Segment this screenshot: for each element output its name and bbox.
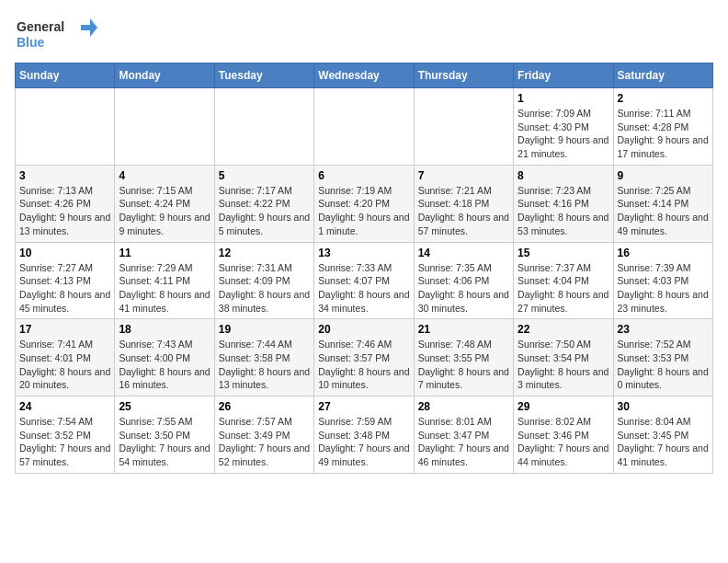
calendar-cell: 28Sunrise: 8:01 AM Sunset: 3:47 PM Dayli… — [414, 396, 513, 474]
calendar-week-row: 1Sunrise: 7:09 AM Sunset: 4:30 PM Daylig… — [16, 88, 713, 166]
calendar-week-row: 10Sunrise: 7:27 AM Sunset: 4:13 PM Dayli… — [16, 242, 713, 319]
calendar-cell: 7Sunrise: 7:21 AM Sunset: 4:18 PM Daylig… — [414, 165, 513, 242]
day-info: Sunrise: 7:37 AM Sunset: 4:04 PM Dayligh… — [518, 261, 609, 316]
day-number: 9 — [618, 169, 709, 182]
day-number: 6 — [318, 169, 409, 182]
calendar-cell: 17Sunrise: 7:41 AM Sunset: 4:01 PM Dayli… — [16, 319, 115, 396]
calendar-cell: 2Sunrise: 7:11 AM Sunset: 4:28 PM Daylig… — [613, 88, 712, 166]
day-number: 21 — [418, 323, 509, 336]
calendar-cell: 13Sunrise: 7:33 AM Sunset: 4:07 PM Dayli… — [314, 242, 414, 319]
calendar-cell: 4Sunrise: 7:15 AM Sunset: 4:24 PM Daylig… — [115, 165, 214, 242]
day-info: Sunrise: 7:55 AM Sunset: 3:50 PM Dayligh… — [119, 415, 210, 469]
calendar-cell: 5Sunrise: 7:17 AM Sunset: 4:22 PM Daylig… — [214, 165, 313, 242]
calendar-cell: 26Sunrise: 7:57 AM Sunset: 3:49 PM Dayli… — [214, 396, 313, 474]
day-number: 27 — [318, 400, 409, 413]
day-number: 25 — [119, 400, 210, 413]
day-info: Sunrise: 7:33 AM Sunset: 4:07 PM Dayligh… — [318, 261, 409, 316]
day-info: Sunrise: 7:27 AM Sunset: 4:13 PM Dayligh… — [19, 261, 110, 316]
weekday-header-monday: Monday — [115, 63, 214, 88]
calendar-cell: 1Sunrise: 7:09 AM Sunset: 4:30 PM Daylig… — [514, 88, 613, 166]
day-info: Sunrise: 7:43 AM Sunset: 4:00 PM Dayligh… — [119, 338, 210, 392]
day-number: 15 — [518, 247, 609, 259]
day-number: 14 — [418, 247, 509, 259]
day-info: Sunrise: 7:39 AM Sunset: 4:03 PM Dayligh… — [618, 261, 709, 316]
day-info: Sunrise: 7:25 AM Sunset: 4:14 PM Dayligh… — [618, 184, 709, 238]
calendar-cell: 15Sunrise: 7:37 AM Sunset: 4:04 PM Dayli… — [514, 242, 613, 319]
calendar-week-row: 24Sunrise: 7:54 AM Sunset: 3:52 PM Dayli… — [16, 396, 713, 474]
day-number: 28 — [418, 400, 509, 413]
calendar-cell: 11Sunrise: 7:29 AM Sunset: 4:11 PM Dayli… — [115, 242, 214, 319]
day-number: 16 — [618, 247, 709, 259]
weekday-header-wednesday: Wednesday — [314, 63, 414, 88]
day-info: Sunrise: 7:21 AM Sunset: 4:18 PM Dayligh… — [418, 184, 509, 238]
day-info: Sunrise: 7:09 AM Sunset: 4:30 PM Dayligh… — [518, 107, 609, 161]
weekday-header-sunday: Sunday — [16, 63, 115, 88]
day-number: 17 — [19, 323, 110, 336]
day-info: Sunrise: 7:13 AM Sunset: 4:26 PM Dayligh… — [19, 184, 110, 238]
day-info: Sunrise: 7:48 AM Sunset: 3:55 PM Dayligh… — [418, 338, 509, 392]
day-number: 29 — [518, 400, 609, 413]
day-number: 3 — [19, 169, 110, 182]
calendar-cell: 27Sunrise: 7:59 AM Sunset: 3:48 PM Dayli… — [314, 396, 414, 474]
day-number: 4 — [119, 169, 210, 182]
weekday-header-saturday: Saturday — [613, 63, 712, 88]
calendar-cell: 14Sunrise: 7:35 AM Sunset: 4:06 PM Dayli… — [414, 242, 513, 319]
day-info: Sunrise: 8:04 AM Sunset: 3:45 PM Dayligh… — [618, 415, 709, 469]
day-info: Sunrise: 7:52 AM Sunset: 3:53 PM Dayligh… — [618, 338, 709, 392]
day-info: Sunrise: 7:54 AM Sunset: 3:52 PM Dayligh… — [19, 415, 110, 469]
day-info: Sunrise: 7:35 AM Sunset: 4:06 PM Dayligh… — [418, 261, 509, 316]
calendar-cell: 20Sunrise: 7:46 AM Sunset: 3:57 PM Dayli… — [314, 319, 414, 396]
calendar: SundayMondayTuesdayWednesdayThursdayFrid… — [15, 63, 713, 474]
day-info: Sunrise: 8:01 AM Sunset: 3:47 PM Dayligh… — [418, 415, 509, 469]
day-number: 8 — [518, 169, 609, 182]
calendar-cell — [115, 88, 214, 166]
day-info: Sunrise: 7:46 AM Sunset: 3:57 PM Dayligh… — [318, 338, 409, 392]
day-number: 19 — [219, 323, 310, 336]
calendar-week-row: 3Sunrise: 7:13 AM Sunset: 4:26 PM Daylig… — [16, 165, 713, 242]
day-number: 26 — [219, 400, 310, 413]
header: General Blue — [15, 15, 713, 52]
day-info: Sunrise: 7:59 AM Sunset: 3:48 PM Dayligh… — [318, 415, 409, 469]
calendar-cell: 3Sunrise: 7:13 AM Sunset: 4:26 PM Daylig… — [16, 165, 115, 242]
svg-text:Blue: Blue — [17, 35, 45, 50]
calendar-cell: 8Sunrise: 7:23 AM Sunset: 4:16 PM Daylig… — [514, 165, 613, 242]
calendar-cell: 22Sunrise: 7:50 AM Sunset: 3:54 PM Dayli… — [514, 319, 613, 396]
calendar-cell: 9Sunrise: 7:25 AM Sunset: 4:14 PM Daylig… — [613, 165, 712, 242]
day-info: Sunrise: 7:50 AM Sunset: 3:54 PM Dayligh… — [518, 338, 609, 392]
day-number: 24 — [19, 400, 110, 413]
day-info: Sunrise: 7:29 AM Sunset: 4:11 PM Dayligh… — [119, 261, 210, 316]
day-number: 13 — [318, 247, 409, 259]
calendar-cell: 29Sunrise: 8:02 AM Sunset: 3:46 PM Dayli… — [514, 396, 613, 474]
day-info: Sunrise: 7:15 AM Sunset: 4:24 PM Dayligh… — [119, 184, 210, 238]
day-number: 22 — [518, 323, 609, 336]
calendar-cell: 23Sunrise: 7:52 AM Sunset: 3:53 PM Dayli… — [613, 319, 712, 396]
svg-text:General: General — [17, 19, 64, 34]
day-number: 30 — [618, 400, 709, 413]
weekday-header-tuesday: Tuesday — [214, 63, 313, 88]
day-number: 7 — [418, 169, 509, 182]
calendar-cell: 21Sunrise: 7:48 AM Sunset: 3:55 PM Dayli… — [414, 319, 513, 396]
day-number: 23 — [618, 323, 709, 336]
calendar-cell — [16, 88, 115, 166]
day-number: 20 — [318, 323, 409, 336]
calendar-cell — [314, 88, 414, 166]
day-number: 18 — [119, 323, 210, 336]
calendar-cell: 6Sunrise: 7:19 AM Sunset: 4:20 PM Daylig… — [314, 165, 414, 242]
day-number: 10 — [19, 247, 110, 259]
day-number: 12 — [219, 247, 310, 259]
weekday-header-friday: Friday — [514, 63, 613, 88]
svg-marker-1 — [81, 18, 97, 37]
day-info: Sunrise: 7:41 AM Sunset: 4:01 PM Dayligh… — [19, 338, 110, 392]
logo: General Blue — [15, 15, 97, 52]
day-number: 1 — [518, 92, 609, 105]
calendar-cell: 30Sunrise: 8:04 AM Sunset: 3:45 PM Dayli… — [613, 396, 712, 474]
calendar-cell: 10Sunrise: 7:27 AM Sunset: 4:13 PM Dayli… — [16, 242, 115, 319]
day-number: 11 — [119, 247, 210, 259]
calendar-cell — [414, 88, 513, 166]
day-info: Sunrise: 7:19 AM Sunset: 4:20 PM Dayligh… — [318, 184, 409, 238]
calendar-cell: 25Sunrise: 7:55 AM Sunset: 3:50 PM Dayli… — [115, 396, 214, 474]
logo-icon: General Blue — [15, 15, 97, 52]
calendar-cell: 12Sunrise: 7:31 AM Sunset: 4:09 PM Dayli… — [214, 242, 313, 319]
calendar-cell: 24Sunrise: 7:54 AM Sunset: 3:52 PM Dayli… — [16, 396, 115, 474]
calendar-week-row: 17Sunrise: 7:41 AM Sunset: 4:01 PM Dayli… — [16, 319, 713, 396]
